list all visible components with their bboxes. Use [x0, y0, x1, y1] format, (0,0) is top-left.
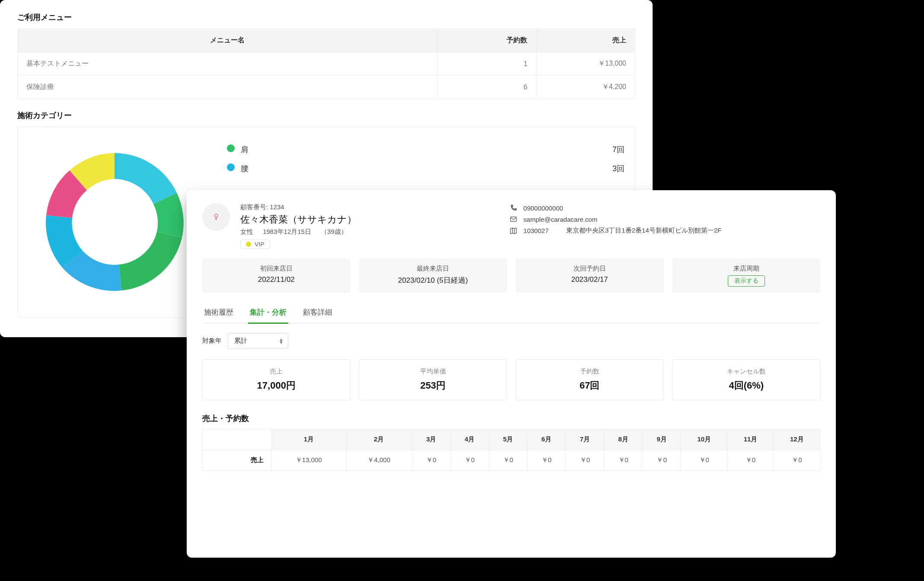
show-cycle-button[interactable]: 表示する [728, 275, 765, 287]
col-sales: 売上 [536, 29, 635, 52]
donut-chart [28, 136, 201, 309]
email-icon [510, 215, 517, 223]
svg-point-0 [214, 214, 218, 217]
legend-dot-icon [227, 163, 235, 171]
tab-history[interactable]: 施術履歴 [202, 303, 235, 323]
menu-table: メニュー名 予約数 売上 基本テストメニュー 1 ￥13,000 保険診療 6 … [17, 29, 635, 99]
customer-name: 佐々木香菜（ササキカナ） [240, 213, 499, 226]
vip-badge: VIP [240, 239, 270, 249]
select-updown-icon: ▲▼ [279, 338, 284, 344]
kpi-bookings: 予約数67回 [516, 359, 664, 400]
tab-analytics[interactable]: 集計・分析 [248, 303, 288, 324]
chart-legend: 肩 7回 腰 3回 [227, 136, 624, 178]
menu-section-title: ご利用メニュー [17, 12, 635, 22]
kpi-cancellations: キャンセル数4回(6%) [672, 359, 821, 400]
legend-row: 腰 3回 [227, 159, 624, 178]
category-section-title: 施術カテゴリー [17, 110, 635, 121]
table-row: 保険診療 6 ￥4,200 [18, 76, 635, 99]
stat-next-booking: 次回予約日2023/02/17 [516, 259, 664, 293]
map-icon [510, 227, 517, 235]
monthly-table: 1月2月3月4月5月6月7月8月9月10月11月12月 売上 ￥13,000￥4… [202, 429, 820, 471]
table-row: 基本テストメニュー 1 ￥13,000 [18, 52, 635, 76]
stat-first-visit: 初回来店日2022/11/02 [202, 259, 350, 293]
stat-visit-cycle: 来店周期表示する [672, 259, 821, 293]
year-select[interactable]: 累計 ▲▼ [228, 333, 288, 349]
kpi-sales: 売上17,000円 [202, 359, 350, 400]
year-filter-label: 対象年 [202, 337, 222, 345]
customer-id: 顧客番号: 1234 [240, 203, 499, 211]
col-name: メニュー名 [18, 29, 438, 52]
table-row: 売上 ￥13,000￥4,000￥0￥0￥0￥0￥0￥0￥0￥0￥0￥0 [203, 450, 820, 471]
avatar [202, 203, 230, 231]
legend-dot-icon [227, 144, 235, 152]
monthly-title: 売上・予約数 [202, 413, 820, 424]
contact-block: 09000000000 sample@caradacare.com 103002… [510, 203, 820, 238]
phone-icon [510, 204, 517, 212]
kpi-avg-price: 平均単価253円 [359, 359, 507, 400]
female-icon [212, 213, 220, 221]
stat-last-visit: 最終来店日2023/02/10 (5日経過) [359, 259, 507, 293]
customer-detail-panel: 顧客番号: 1234 佐々木香菜（ササキカナ） 女性 1983年12月15日 （… [187, 190, 836, 558]
legend-row: 肩 7回 [227, 140, 624, 159]
col-count: 予約数 [437, 29, 536, 52]
tab-bar: 施術履歴 集計・分析 顧客詳細 [202, 303, 820, 323]
customer-subinfo: 女性 1983年12月15日 （39歳） [240, 228, 499, 236]
tab-customer-detail[interactable]: 顧客詳細 [301, 303, 334, 323]
